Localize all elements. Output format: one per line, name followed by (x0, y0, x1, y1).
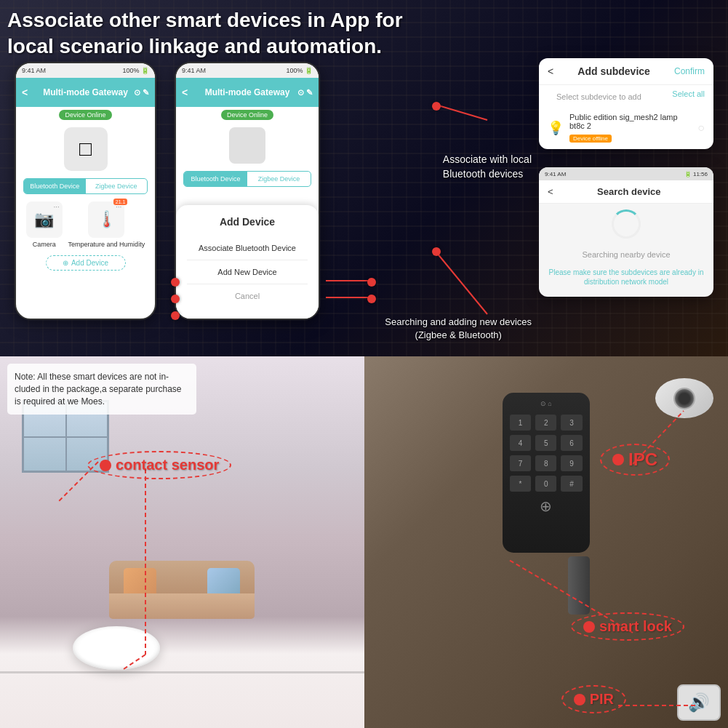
phone1-camera-icon-box: 📷 ··· (26, 201, 63, 238)
note-box: Note: All these smart devices are not in… (7, 364, 196, 415)
search-back[interactable]: < (548, 186, 553, 197)
phone2-time: 9:41 AM (182, 67, 206, 74)
key-5: 5 (535, 435, 556, 451)
door-lock-area: ⊙ ⌂ 1 2 3 4 5 6 7 8 9 * 0 # ⊕ (364, 356, 729, 728)
search-device-header: < Search device (539, 180, 713, 204)
lock-body: ⊙ ⌂ 1 2 3 4 5 6 7 8 9 * 0 # ⊕ (503, 393, 590, 611)
contact-sensor-annotation: contact sensor (87, 451, 231, 479)
bluetooth-annotation: Associate with local Bluetooth devices (443, 153, 532, 181)
sofa (109, 561, 255, 619)
key-3: 3 (561, 415, 582, 431)
subdevice-back[interactable]: < (548, 65, 553, 77)
temp-value-badge: 21.1 (113, 199, 128, 205)
key-4: 4 (510, 435, 531, 451)
pir-dot (574, 694, 585, 705)
searching-note: Please make sure the subdevices are alre… (539, 265, 713, 289)
sofa-seat (109, 593, 255, 619)
phone2-online-badge: Device Online (221, 110, 273, 120)
phone2-status-bar: 9:41 AM 100% 🔋 (176, 63, 319, 78)
phone1: 9:41 AM 100% 🔋 < Multi-mode Gateway ⊙ ✎ … (15, 62, 156, 320)
select-subdevice-label: Select subdevice to add (548, 87, 650, 104)
floor-line (0, 671, 401, 673)
ipc-text: IPC (628, 449, 657, 470)
phone1-title-bar: < Multi-mode Gateway ⊙ ✎ (16, 78, 155, 107)
searching-spinner (612, 209, 641, 239)
add-device-dialog: Add Device Associate Bluetooth Device Ad… (176, 205, 319, 319)
subdevice-confirm-btn[interactable]: Confirm (674, 66, 705, 76)
phone1-temp-icon-box: 🌡️ ··· 21.1 (88, 201, 124, 238)
phone2-back-arrow[interactable]: < (182, 87, 188, 98)
phone1-tab-bluetooth[interactable]: Bluetooth Device (24, 179, 86, 193)
pir-oval: PIR (561, 685, 626, 713)
header-title: Associate other smart devices in App for… (7, 7, 407, 60)
lock-keypad: ⊙ ⌂ 1 2 3 4 5 6 7 8 9 * 0 # ⊕ (503, 393, 590, 553)
pir-text: PIR (590, 691, 614, 708)
lock-handle (568, 556, 590, 615)
sofa-back (109, 561, 255, 597)
contact-sensor-dot (100, 460, 111, 471)
note-text: Note: All these smart devices are not in… (15, 372, 182, 407)
phone1-icons: ⊙ ✎ (134, 88, 149, 97)
contact-sensor-text: contact sensor (116, 457, 219, 473)
phone1-add-device-btn[interactable]: ⊕ Add Device (46, 255, 126, 271)
phone1-camera-label: Camera (33, 241, 56, 248)
radio-button-unselected[interactable]: ○ (697, 121, 705, 135)
lock-brand: ⊙ ⌂ (510, 400, 583, 407)
subdevice-select-label-row: Select subdevice to add Select all (539, 85, 713, 107)
add-icon: ⊕ (63, 259, 68, 267)
phone1-temp-label: Temperature and Humidity (68, 241, 145, 248)
phone1-tabs: Bluetooth Device Zigbee Device (23, 178, 148, 194)
search-time: 9:41 AM (545, 171, 566, 177)
phone1-time: 9:41 AM (22, 67, 46, 74)
phone1-battery: 100% 🔋 (122, 67, 149, 74)
search-device-panel: 9:41 AM 🔋 11:56 < Search device Searchin… (539, 167, 713, 297)
cancel-option[interactable]: Cancel (187, 284, 308, 308)
searching-annotation: Searching and adding new devices (Zigbee… (385, 316, 532, 342)
phone2-title: Multi-mode Gateway (205, 87, 290, 97)
phone1-status-bar: 9:41 AM 100% 🔋 (16, 63, 155, 78)
smart-lock-annotation: smart lock (571, 612, 684, 641)
phone1-device-grid: 📷 ··· Camera 🌡️ ··· 21.1 Temperature and… (16, 194, 155, 248)
search-battery: 🔋 11:56 (684, 171, 708, 177)
connector-dot-7 (432, 247, 441, 256)
ipc-annotation: IPC (600, 444, 670, 476)
connector-dot-5 (367, 295, 376, 303)
phone1-tab-zigbee[interactable]: Zigbee Device (86, 179, 148, 193)
smart-lock-text: smart lock (599, 618, 672, 635)
searching-annotation-text: Searching and adding new devices (Zigbee… (385, 316, 532, 340)
subdevice-name: Public edition sig_mesh2 lamp bt8c 2 (569, 113, 692, 130)
add-new-device-option[interactable]: Add New Device (187, 260, 308, 284)
phone2-tab-zigbee[interactable]: Zigbee Device (247, 172, 311, 186)
key-1: 1 (510, 415, 531, 431)
smart-lock-dot (583, 621, 595, 633)
phone1-back-arrow[interactable]: < (22, 87, 28, 98)
associate-bluetooth-option[interactable]: Associate Bluetooth Device (187, 236, 308, 260)
subdevice-status-badge: Device offline (569, 135, 612, 143)
top-section: Associate other smart devices in App for… (0, 0, 728, 356)
phone2-icons: ⊙ ✎ (297, 88, 313, 97)
connector-dot-1 (171, 278, 180, 287)
key-7: 7 (510, 455, 531, 471)
connector-dot-6 (432, 102, 441, 111)
subdevice-info: Public edition sig_mesh2 lamp bt8c 2 Dev… (569, 113, 692, 143)
select-all-btn[interactable]: Select all (672, 89, 705, 98)
key-0: 0 (535, 476, 556, 492)
lock-keypad-grid: 1 2 3 4 5 6 7 8 9 * 0 # (510, 415, 583, 492)
phone1-device-icon: □ (64, 127, 108, 171)
pillow-right (207, 568, 240, 597)
phone1-title: Multi-mode Gateway (43, 87, 128, 97)
camera-dots: ··· (54, 203, 60, 211)
key-star: * (510, 476, 531, 492)
phone2-tab-bluetooth[interactable]: Bluetooth Device (184, 172, 247, 186)
bluetooth-annotation-text: Associate with local Bluetooth devices (443, 153, 532, 180)
fingerprint-icon: ⊕ (510, 497, 583, 515)
phone1-add-device-label: Add Device (71, 259, 108, 267)
phone2-device-icon (229, 127, 265, 164)
camera-lens (673, 388, 695, 409)
smart-hub (73, 626, 160, 670)
phone2-title-bar: < Multi-mode Gateway ⊙ ✎ (176, 78, 319, 107)
contact-sensor-oval: contact sensor (87, 451, 231, 479)
bottom-section: ⊙ ⌂ 1 2 3 4 5 6 7 8 9 * 0 # ⊕ (0, 356, 728, 728)
thermometer-icon: 🌡️ (97, 210, 116, 229)
searching-text: Searching nearby device (539, 244, 713, 265)
